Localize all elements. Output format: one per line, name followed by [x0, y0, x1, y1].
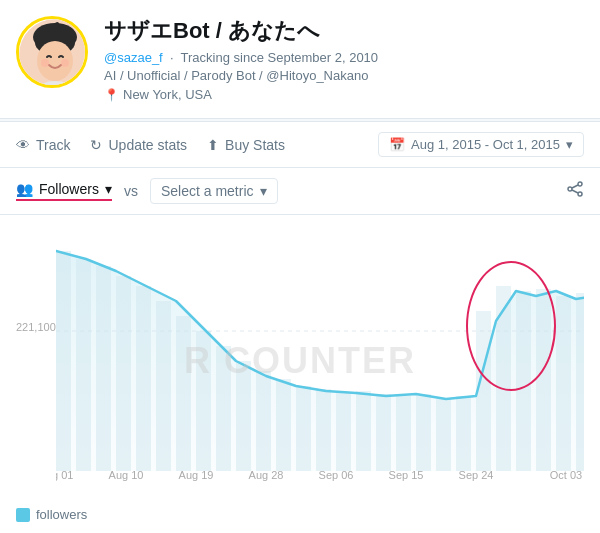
upload-icon: ⬆ — [207, 137, 219, 153]
legend-label-followers: followers — [36, 507, 87, 522]
profile-handle-row: @sazae_f · Tracking since September 2, 2… — [104, 50, 584, 65]
svg-rect-36 — [516, 291, 531, 471]
svg-text:Sep 15: Sep 15 — [389, 469, 424, 481]
svg-rect-35 — [496, 286, 511, 471]
metric-left: 👥 Followers ▾ vs Select a metric ▾ — [16, 178, 278, 204]
svg-rect-16 — [116, 276, 131, 471]
refresh-icon: ↻ — [90, 137, 102, 153]
update-stats-button[interactable]: ↻ Update stats — [90, 137, 187, 153]
svg-point-8 — [578, 192, 582, 196]
svg-rect-30 — [396, 396, 411, 471]
svg-rect-33 — [456, 396, 471, 471]
profile-handle-link[interactable]: @sazae_f — [104, 50, 163, 65]
chevron-down-icon: ▾ — [566, 137, 573, 152]
track-button[interactable]: 👁 Track — [16, 137, 70, 153]
chart-legend: followers — [16, 499, 584, 522]
svg-line-11 — [572, 190, 578, 193]
svg-text:Oct 03: Oct 03 — [550, 469, 582, 481]
svg-rect-24 — [276, 379, 291, 471]
svg-rect-31 — [416, 394, 431, 471]
avatar — [16, 16, 88, 88]
svg-rect-32 — [436, 399, 451, 471]
svg-rect-25 — [296, 386, 311, 471]
location-text: New York, USA — [123, 87, 212, 102]
chart-section: 221,100 R COUNTER — [0, 215, 600, 533]
followers-label: Followers — [39, 181, 99, 197]
svg-rect-23 — [256, 371, 271, 471]
svg-rect-37 — [536, 289, 551, 471]
svg-rect-14 — [76, 259, 91, 471]
svg-rect-28 — [356, 391, 371, 471]
svg-text:Aug 10: Aug 10 — [109, 469, 144, 481]
svg-text:Sep 24: Sep 24 — [459, 469, 494, 481]
select-metric-chevron-icon: ▾ — [260, 183, 267, 199]
svg-rect-21 — [216, 346, 231, 471]
followers-metric-button[interactable]: 👥 Followers ▾ — [16, 181, 112, 201]
svg-rect-17 — [136, 286, 151, 471]
svg-point-5 — [61, 59, 69, 67]
calendar-icon: 📅 — [389, 137, 405, 152]
track-label: Track — [36, 137, 70, 153]
svg-rect-13 — [56, 251, 71, 471]
svg-point-7 — [578, 182, 582, 186]
svg-text:Aug 19: Aug 19 — [179, 469, 214, 481]
tracking-since: Tracking since September 2, 2010 — [181, 50, 379, 65]
toolbar: 👁 Track ↻ Update stats ⬆ Buy Stats 📅 Aug… — [0, 121, 600, 168]
share-button[interactable] — [566, 180, 584, 202]
svg-rect-38 — [556, 296, 571, 471]
buy-stats-button[interactable]: ⬆ Buy Stats — [207, 137, 285, 153]
profile-location: 📍 New York, USA — [104, 87, 584, 102]
svg-point-4 — [41, 59, 49, 67]
svg-rect-39 — [576, 293, 584, 471]
date-range-label: Aug 1, 2015 - Oct 1, 2015 — [411, 137, 560, 152]
svg-rect-27 — [336, 393, 351, 471]
profile-name: サザエBot / あなたへ — [104, 16, 584, 46]
select-metric-button[interactable]: Select a metric ▾ — [150, 178, 278, 204]
profile-bio: AI / Unofficial / Parody Bot / @Hitoyo_N… — [104, 68, 584, 83]
svg-rect-26 — [316, 389, 331, 471]
date-range-picker[interactable]: 📅 Aug 1, 2015 - Oct 1, 2015 ▾ — [378, 132, 584, 157]
svg-line-10 — [572, 185, 578, 188]
share-icon — [566, 184, 584, 201]
buy-stats-label: Buy Stats — [225, 137, 285, 153]
svg-text:Aug 01: Aug 01 — [56, 469, 73, 481]
select-metric-label: Select a metric — [161, 183, 254, 199]
svg-rect-19 — [176, 316, 191, 471]
svg-rect-29 — [376, 394, 391, 471]
svg-rect-20 — [196, 331, 211, 471]
vs-text: vs — [124, 183, 138, 199]
profile-section: サザエBot / あなたへ @sazae_f · Tracking since … — [0, 0, 600, 119]
eye-icon: 👁 — [16, 137, 30, 153]
svg-rect-18 — [156, 301, 171, 471]
svg-rect-15 — [96, 266, 111, 471]
metric-bar: 👥 Followers ▾ vs Select a metric ▾ — [0, 168, 600, 215]
update-stats-label: Update stats — [108, 137, 187, 153]
followers-chevron-icon: ▾ — [105, 181, 112, 197]
profile-info: サザエBot / あなたへ @sazae_f · Tracking since … — [104, 16, 584, 102]
chart-container: 221,100 R COUNTER — [16, 231, 584, 491]
y-axis-label: 221,100 — [16, 321, 56, 333]
svg-text:Sep 06: Sep 06 — [319, 469, 354, 481]
toolbar-left: 👁 Track ↻ Update stats ⬆ Buy Stats — [16, 137, 285, 153]
svg-point-9 — [568, 187, 572, 191]
legend-color-followers — [16, 508, 30, 522]
svg-rect-22 — [236, 361, 251, 471]
location-pin-icon: 📍 — [104, 88, 119, 102]
followers-icon: 👥 — [16, 181, 33, 197]
svg-text:Aug 28: Aug 28 — [249, 469, 284, 481]
